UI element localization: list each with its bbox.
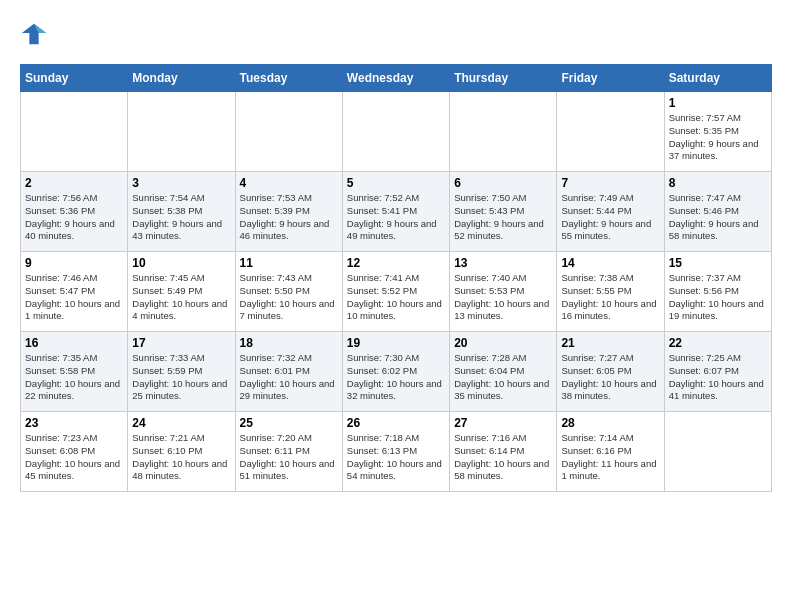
day-info: Sunrise: 7:14 AM Sunset: 6:16 PM Dayligh… [561, 432, 659, 483]
page-header [20, 20, 772, 48]
calendar-cell: 8Sunrise: 7:47 AM Sunset: 5:46 PM Daylig… [664, 172, 771, 252]
day-info: Sunrise: 7:23 AM Sunset: 6:08 PM Dayligh… [25, 432, 123, 483]
calendar-cell [557, 92, 664, 172]
day-info: Sunrise: 7:20 AM Sunset: 6:11 PM Dayligh… [240, 432, 338, 483]
day-number: 27 [454, 416, 552, 430]
calendar-cell: 16Sunrise: 7:35 AM Sunset: 5:58 PM Dayli… [21, 332, 128, 412]
calendar-cell: 10Sunrise: 7:45 AM Sunset: 5:49 PM Dayli… [128, 252, 235, 332]
day-number: 22 [669, 336, 767, 350]
calendar-cell: 24Sunrise: 7:21 AM Sunset: 6:10 PM Dayli… [128, 412, 235, 492]
day-number: 20 [454, 336, 552, 350]
day-number: 9 [25, 256, 123, 270]
calendar-cell: 21Sunrise: 7:27 AM Sunset: 6:05 PM Dayli… [557, 332, 664, 412]
calendar-header-friday: Friday [557, 65, 664, 92]
calendar-cell: 22Sunrise: 7:25 AM Sunset: 6:07 PM Dayli… [664, 332, 771, 412]
day-info: Sunrise: 7:25 AM Sunset: 6:07 PM Dayligh… [669, 352, 767, 403]
day-number: 1 [669, 96, 767, 110]
day-number: 16 [25, 336, 123, 350]
day-info: Sunrise: 7:38 AM Sunset: 5:55 PM Dayligh… [561, 272, 659, 323]
day-info: Sunrise: 7:21 AM Sunset: 6:10 PM Dayligh… [132, 432, 230, 483]
calendar-cell [21, 92, 128, 172]
calendar-week-row: 2Sunrise: 7:56 AM Sunset: 5:36 PM Daylig… [21, 172, 772, 252]
calendar-cell: 1Sunrise: 7:57 AM Sunset: 5:35 PM Daylig… [664, 92, 771, 172]
day-number: 12 [347, 256, 445, 270]
day-number: 19 [347, 336, 445, 350]
calendar-week-row: 1Sunrise: 7:57 AM Sunset: 5:35 PM Daylig… [21, 92, 772, 172]
day-number: 15 [669, 256, 767, 270]
calendar-cell [664, 412, 771, 492]
logo [20, 20, 52, 48]
calendar-week-row: 16Sunrise: 7:35 AM Sunset: 5:58 PM Dayli… [21, 332, 772, 412]
day-number: 7 [561, 176, 659, 190]
day-number: 6 [454, 176, 552, 190]
day-info: Sunrise: 7:40 AM Sunset: 5:53 PM Dayligh… [454, 272, 552, 323]
day-number: 2 [25, 176, 123, 190]
day-info: Sunrise: 7:53 AM Sunset: 5:39 PM Dayligh… [240, 192, 338, 243]
calendar-header-thursday: Thursday [450, 65, 557, 92]
calendar-header-tuesday: Tuesday [235, 65, 342, 92]
day-info: Sunrise: 7:30 AM Sunset: 6:02 PM Dayligh… [347, 352, 445, 403]
day-number: 13 [454, 256, 552, 270]
day-number: 26 [347, 416, 445, 430]
calendar-cell [450, 92, 557, 172]
calendar-header-saturday: Saturday [664, 65, 771, 92]
day-info: Sunrise: 7:45 AM Sunset: 5:49 PM Dayligh… [132, 272, 230, 323]
calendar-header-wednesday: Wednesday [342, 65, 449, 92]
calendar-week-row: 9Sunrise: 7:46 AM Sunset: 5:47 PM Daylig… [21, 252, 772, 332]
calendar-cell: 20Sunrise: 7:28 AM Sunset: 6:04 PM Dayli… [450, 332, 557, 412]
calendar-cell: 27Sunrise: 7:16 AM Sunset: 6:14 PM Dayli… [450, 412, 557, 492]
day-info: Sunrise: 7:32 AM Sunset: 6:01 PM Dayligh… [240, 352, 338, 403]
day-number: 25 [240, 416, 338, 430]
day-info: Sunrise: 7:47 AM Sunset: 5:46 PM Dayligh… [669, 192, 767, 243]
day-info: Sunrise: 7:50 AM Sunset: 5:43 PM Dayligh… [454, 192, 552, 243]
calendar-header-sunday: Sunday [21, 65, 128, 92]
day-info: Sunrise: 7:28 AM Sunset: 6:04 PM Dayligh… [454, 352, 552, 403]
day-info: Sunrise: 7:33 AM Sunset: 5:59 PM Dayligh… [132, 352, 230, 403]
day-info: Sunrise: 7:18 AM Sunset: 6:13 PM Dayligh… [347, 432, 445, 483]
day-info: Sunrise: 7:16 AM Sunset: 6:14 PM Dayligh… [454, 432, 552, 483]
calendar-cell: 4Sunrise: 7:53 AM Sunset: 5:39 PM Daylig… [235, 172, 342, 252]
calendar-header-monday: Monday [128, 65, 235, 92]
calendar-cell: 28Sunrise: 7:14 AM Sunset: 6:16 PM Dayli… [557, 412, 664, 492]
day-number: 5 [347, 176, 445, 190]
day-info: Sunrise: 7:43 AM Sunset: 5:50 PM Dayligh… [240, 272, 338, 323]
calendar-table: SundayMondayTuesdayWednesdayThursdayFrid… [20, 64, 772, 492]
day-number: 18 [240, 336, 338, 350]
calendar-cell: 23Sunrise: 7:23 AM Sunset: 6:08 PM Dayli… [21, 412, 128, 492]
day-number: 23 [25, 416, 123, 430]
day-info: Sunrise: 7:57 AM Sunset: 5:35 PM Dayligh… [669, 112, 767, 163]
calendar-cell: 7Sunrise: 7:49 AM Sunset: 5:44 PM Daylig… [557, 172, 664, 252]
calendar-cell: 3Sunrise: 7:54 AM Sunset: 5:38 PM Daylig… [128, 172, 235, 252]
day-number: 4 [240, 176, 338, 190]
calendar-cell: 2Sunrise: 7:56 AM Sunset: 5:36 PM Daylig… [21, 172, 128, 252]
calendar-cell: 17Sunrise: 7:33 AM Sunset: 5:59 PM Dayli… [128, 332, 235, 412]
logo-bird-icon [20, 20, 48, 48]
day-number: 24 [132, 416, 230, 430]
day-info: Sunrise: 7:35 AM Sunset: 5:58 PM Dayligh… [25, 352, 123, 403]
day-info: Sunrise: 7:54 AM Sunset: 5:38 PM Dayligh… [132, 192, 230, 243]
day-number: 21 [561, 336, 659, 350]
day-number: 3 [132, 176, 230, 190]
calendar-cell [128, 92, 235, 172]
calendar-cell: 12Sunrise: 7:41 AM Sunset: 5:52 PM Dayli… [342, 252, 449, 332]
day-number: 28 [561, 416, 659, 430]
day-info: Sunrise: 7:52 AM Sunset: 5:41 PM Dayligh… [347, 192, 445, 243]
day-number: 14 [561, 256, 659, 270]
day-info: Sunrise: 7:46 AM Sunset: 5:47 PM Dayligh… [25, 272, 123, 323]
day-number: 8 [669, 176, 767, 190]
calendar-cell [235, 92, 342, 172]
day-info: Sunrise: 7:56 AM Sunset: 5:36 PM Dayligh… [25, 192, 123, 243]
calendar-cell: 9Sunrise: 7:46 AM Sunset: 5:47 PM Daylig… [21, 252, 128, 332]
day-number: 11 [240, 256, 338, 270]
calendar-cell: 15Sunrise: 7:37 AM Sunset: 5:56 PM Dayli… [664, 252, 771, 332]
calendar-week-row: 23Sunrise: 7:23 AM Sunset: 6:08 PM Dayli… [21, 412, 772, 492]
calendar-cell: 26Sunrise: 7:18 AM Sunset: 6:13 PM Dayli… [342, 412, 449, 492]
calendar-cell: 19Sunrise: 7:30 AM Sunset: 6:02 PM Dayli… [342, 332, 449, 412]
calendar-cell: 14Sunrise: 7:38 AM Sunset: 5:55 PM Dayli… [557, 252, 664, 332]
calendar-cell: 18Sunrise: 7:32 AM Sunset: 6:01 PM Dayli… [235, 332, 342, 412]
day-number: 10 [132, 256, 230, 270]
calendar-cell: 25Sunrise: 7:20 AM Sunset: 6:11 PM Dayli… [235, 412, 342, 492]
calendar-cell [342, 92, 449, 172]
svg-marker-0 [22, 24, 46, 45]
day-info: Sunrise: 7:49 AM Sunset: 5:44 PM Dayligh… [561, 192, 659, 243]
